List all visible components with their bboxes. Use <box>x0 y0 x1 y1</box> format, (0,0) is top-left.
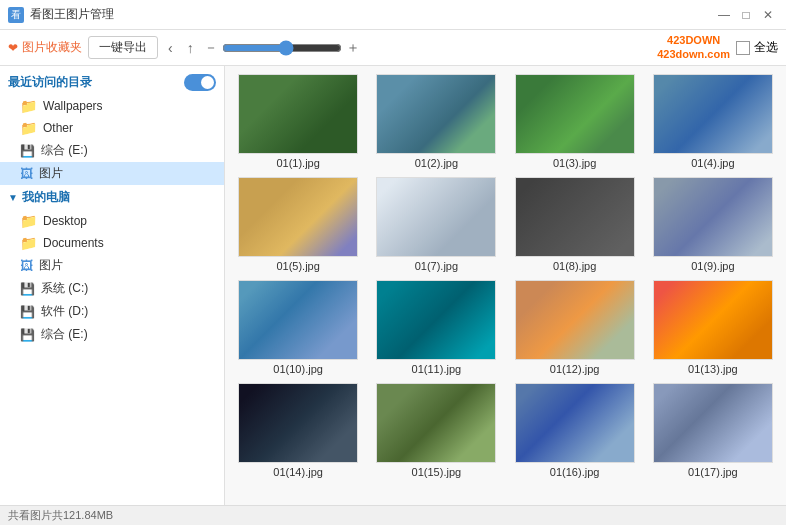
image-thumb-8 <box>238 280 358 360</box>
sidebar-item-documents[interactable]: 📁 Documents <box>0 232 224 254</box>
sidebar-item-c-drive[interactable]: 💾 系统 (C:) <box>0 277 224 300</box>
sidebar-item-e-drive[interactable]: 💾 综合 (E:) <box>0 139 224 162</box>
image-label-2: 01(3).jpg <box>553 157 596 169</box>
minimize-button[interactable]: — <box>714 5 734 25</box>
folder-yellow-icon: 📁 <box>20 98 37 114</box>
image-label-1: 01(2).jpg <box>415 157 458 169</box>
image-label-12: 01(14).jpg <box>273 466 323 478</box>
sidebar-item-pictures-2[interactable]: 🖼 图片 <box>0 254 224 277</box>
image-label-5: 01(7).jpg <box>415 260 458 272</box>
toolbar: ❤ 图片收藏夹 一键导出 ‹ ↑ － ＋ 423DOWN423down.com … <box>0 30 786 66</box>
image-thumb-2 <box>515 74 635 154</box>
favorite-button[interactable]: ❤ 图片收藏夹 <box>8 39 82 56</box>
image-label-6: 01(8).jpg <box>553 260 596 272</box>
sidebar-item-pictures[interactable]: 🖼 图片 <box>0 162 224 185</box>
image-cell-13[interactable]: 01(15).jpg <box>371 383 501 478</box>
window-controls: — □ ✕ <box>714 5 778 25</box>
sidebar-label-other: Other <box>43 121 73 135</box>
image-cell-3[interactable]: 01(4).jpg <box>648 74 778 169</box>
image-thumb-4 <box>238 177 358 257</box>
drive-icon-1: 💾 <box>20 144 35 158</box>
image-cell-12[interactable]: 01(14).jpg <box>233 383 363 478</box>
image-label-10: 01(12).jpg <box>550 363 600 375</box>
image-cell-6[interactable]: 01(8).jpg <box>510 177 640 272</box>
image-label-8: 01(10).jpg <box>273 363 323 375</box>
image-cell-15[interactable]: 01(17).jpg <box>648 383 778 478</box>
mypc-header[interactable]: ▼ 我的电脑 <box>0 185 224 210</box>
heart-icon: ❤ <box>8 41 18 55</box>
title-bar: 看 看图王图片管理 — □ ✕ <box>0 0 786 30</box>
image-label-4: 01(5).jpg <box>276 260 319 272</box>
sidebar-label-pictures-2: 图片 <box>39 257 63 274</box>
app-title: 看图王图片管理 <box>30 6 114 23</box>
zoom-slider[interactable] <box>222 40 342 56</box>
image-label-9: 01(11).jpg <box>412 363 462 375</box>
folder-img-icon-1: 🖼 <box>20 166 33 181</box>
export-button[interactable]: 一键导出 <box>88 36 158 59</box>
recent-header[interactable]: 最近访问的目录 <box>0 70 224 95</box>
folder-yellow-icon-2: 📁 <box>20 120 37 136</box>
close-button[interactable]: ✕ <box>758 5 778 25</box>
sidebar-item-other[interactable]: 📁 Other <box>0 117 224 139</box>
recent-label: 最近访问的目录 <box>8 74 92 91</box>
image-cell-14[interactable]: 01(16).jpg <box>510 383 640 478</box>
sidebar-item-wallpapers[interactable]: 📁 Wallpapers <box>0 95 224 117</box>
sidebar-label-documents: Documents <box>43 236 104 250</box>
drive-icon-4: 💾 <box>20 328 35 342</box>
sidebar-item-desktop[interactable]: 📁 Desktop <box>0 210 224 232</box>
select-all[interactable]: 全选 <box>736 39 778 56</box>
image-thumb-1 <box>376 74 496 154</box>
sidebar-item-d-drive[interactable]: 💾 软件 (D:) <box>0 300 224 323</box>
image-label-3: 01(4).jpg <box>691 157 734 169</box>
sidebar-label-d-drive: 软件 (D:) <box>41 303 88 320</box>
status-bar: 共看图片共121.84MB <box>0 505 786 525</box>
folder-img-icon-2: 🖼 <box>20 258 33 273</box>
sidebar: 最近访问的目录 📁 Wallpapers 📁 Other 💾 综合 (E:) 🖼… <box>0 66 225 505</box>
status-text: 共看图片共121.84MB <box>8 508 113 523</box>
zoom-in-icon[interactable]: ＋ <box>346 39 360 57</box>
image-label-15: 01(17).jpg <box>688 466 738 478</box>
sidebar-label-pictures: 图片 <box>39 165 63 182</box>
image-grid: 01(1).jpg01(2).jpg01(3).jpg01(4).jpg01(5… <box>233 74 778 478</box>
zoom-out-icon[interactable]: － <box>204 39 218 57</box>
image-cell-0[interactable]: 01(1).jpg <box>233 74 363 169</box>
image-cell-1[interactable]: 01(2).jpg <box>371 74 501 169</box>
image-cell-11[interactable]: 01(13).jpg <box>648 280 778 375</box>
image-cell-4[interactable]: 01(5).jpg <box>233 177 363 272</box>
image-label-0: 01(1).jpg <box>276 157 319 169</box>
toggle-switch[interactable] <box>184 74 216 91</box>
image-label-14: 01(16).jpg <box>550 466 600 478</box>
main-area: 最近访问的目录 📁 Wallpapers 📁 Other 💾 综合 (E:) 🖼… <box>0 66 786 505</box>
sidebar-label-e-drive: 综合 (E:) <box>41 142 88 159</box>
maximize-button[interactable]: □ <box>736 5 756 25</box>
content-area: 01(1).jpg01(2).jpg01(3).jpg01(4).jpg01(5… <box>225 66 786 505</box>
expand-arrow: ▼ <box>8 192 18 203</box>
sidebar-label-c-drive: 系统 (C:) <box>41 280 88 297</box>
image-cell-2[interactable]: 01(3).jpg <box>510 74 640 169</box>
sidebar-item-e-drive-2[interactable]: 💾 综合 (E:) <box>0 323 224 346</box>
image-cell-10[interactable]: 01(12).jpg <box>510 280 640 375</box>
nav-back-button[interactable]: ‹ <box>164 38 177 58</box>
select-all-checkbox[interactable] <box>736 41 750 55</box>
drive-icon-3: 💾 <box>20 305 35 319</box>
image-cell-5[interactable]: 01(7).jpg <box>371 177 501 272</box>
image-thumb-13 <box>376 383 496 463</box>
app-icon: 看 <box>8 7 24 23</box>
image-cell-8[interactable]: 01(10).jpg <box>233 280 363 375</box>
folder-blue-icon-1: 📁 <box>20 213 37 229</box>
image-thumb-6 <box>515 177 635 257</box>
image-thumb-9 <box>376 280 496 360</box>
nav-up-button[interactable]: ↑ <box>183 38 198 58</box>
image-thumb-7 <box>653 177 773 257</box>
favorite-label: 图片收藏夹 <box>22 39 82 56</box>
watermark: 423DOWN423down.com <box>657 34 730 60</box>
image-thumb-10 <box>515 280 635 360</box>
sidebar-label-e-drive-2: 综合 (E:) <box>41 326 88 343</box>
folder-blue-icon-2: 📁 <box>20 235 37 251</box>
image-label-11: 01(13).jpg <box>688 363 738 375</box>
toggle-knob <box>201 76 214 89</box>
image-thumb-14 <box>515 383 635 463</box>
image-cell-7[interactable]: 01(9).jpg <box>648 177 778 272</box>
image-cell-9[interactable]: 01(11).jpg <box>371 280 501 375</box>
zoom-bar: － ＋ <box>204 39 360 57</box>
